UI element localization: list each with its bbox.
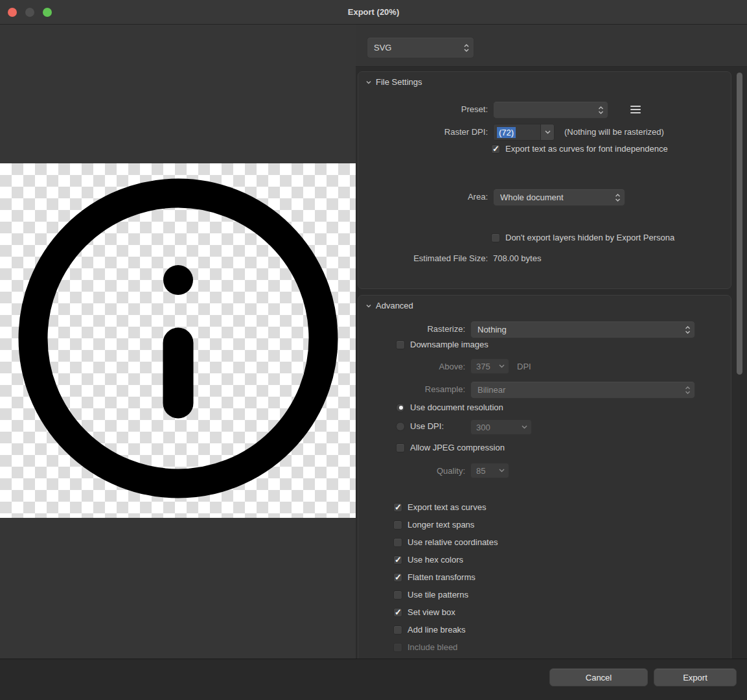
transparency-checkerboard (0, 163, 356, 518)
above-dpi-suffix: DPI (517, 362, 531, 371)
option-checkbox-row[interactable]: Flatten transforms (393, 568, 498, 586)
close-window-button[interactable] (8, 8, 17, 17)
option-checkbox[interactable] (393, 590, 402, 600)
format-dropdown[interactable]: SVG (367, 37, 474, 58)
option-checkbox-row[interactable]: Longer text spans (393, 516, 498, 533)
preset-label: Preset: (358, 104, 488, 114)
dialog-footer: Cancel Export (0, 659, 747, 700)
downsample-checkbox[interactable] (396, 340, 405, 349)
option-checkbox-row[interactable]: Export text as curves (393, 498, 498, 516)
option-checkbox[interactable] (393, 555, 402, 565)
panel-scrollbar-thumb[interactable] (737, 73, 742, 375)
preset-menu-button[interactable] (630, 106, 641, 113)
export-button[interactable]: Export (654, 668, 737, 686)
resample-dropdown[interactable]: Bilinear (470, 381, 695, 399)
advanced-section: Advanced Rasterize: Nothing Downsample i… (358, 295, 731, 659)
file-settings-header[interactable]: File Settings (365, 77, 422, 87)
export-settings-panel: SVG File Settings Preset: Raster DPI: (7… (356, 25, 747, 659)
option-checkbox-label: Use relative coordinates (408, 537, 498, 547)
use-dpi-value: 300 (476, 423, 522, 432)
raster-dpi-value: (72) (497, 127, 516, 138)
estimated-size-value: 708.00 bytes (493, 253, 541, 263)
stepper-icon (615, 193, 621, 202)
chevron-down-icon (499, 469, 505, 472)
raster-dpi-note: (Nothing will be rasterized) (564, 127, 664, 137)
chevron-down-icon (365, 79, 372, 86)
option-checkbox-label: Set view box (408, 607, 455, 617)
raster-dpi-arrow-button[interactable] (540, 124, 554, 140)
option-checkbox-row[interactable]: Use tile patterns (393, 586, 498, 603)
export-text-curves-label: Export text as curves for font independe… (505, 144, 668, 154)
quality-combo[interactable]: 85 (470, 463, 509, 478)
rasterize-dropdown-value: Nothing (477, 325, 681, 334)
export-text-curves-checkbox[interactable] (491, 145, 500, 154)
option-checkbox[interactable] (393, 520, 402, 530)
cancel-button[interactable]: Cancel (549, 668, 648, 686)
resample-label: Resample: (358, 384, 465, 394)
above-dpi-value: 375 (476, 362, 499, 371)
use-dpi-row[interactable]: Use DPI: (396, 421, 444, 431)
option-checkbox-label: Use tile patterns (408, 590, 468, 600)
raster-dpi-combo[interactable]: (72) (493, 124, 555, 141)
window-title: Export (20%) (348, 7, 399, 17)
option-checkbox-row[interactable]: Set view box (393, 603, 498, 621)
rasterize-dropdown[interactable]: Nothing (470, 321, 695, 338)
stepper-icon (463, 43, 470, 53)
dont-export-hidden-checkbox[interactable] (491, 233, 500, 242)
chevron-down-icon (365, 303, 372, 309)
use-document-resolution-radio[interactable] (396, 403, 405, 412)
minimize-window-button[interactable] (25, 8, 34, 17)
option-checkbox-label: Longer text spans (408, 520, 474, 530)
downsample-label: Downsample images (410, 340, 488, 349)
option-checkbox[interactable] (393, 538, 402, 547)
option-checkbox-label: Add line breaks (408, 625, 466, 635)
option-checkbox-row[interactable]: Include bleed (393, 638, 498, 656)
option-checkbox[interactable] (393, 625, 402, 635)
area-dropdown-value: Whole document (500, 192, 611, 202)
info-circle-icon (0, 163, 356, 518)
format-dropdown-value: SVG (374, 43, 459, 52)
dont-export-hidden-row[interactable]: Don't export layers hidden by Export Per… (491, 233, 674, 242)
zoom-window-button[interactable] (43, 8, 52, 17)
area-dropdown[interactable]: Whole document (493, 189, 625, 206)
jpeg-compression-label: Allow JPEG compression (410, 443, 505, 452)
option-checkbox[interactable] (393, 573, 402, 582)
resample-dropdown-value: Bilinear (477, 385, 681, 395)
use-dpi-label: Use DPI: (410, 421, 444, 431)
jpeg-compression-checkbox[interactable] (396, 443, 405, 452)
area-label: Area: (358, 192, 488, 202)
raster-dpi-label: Raster DPI: (358, 127, 488, 137)
traffic-lights (8, 8, 52, 17)
above-dpi-combo[interactable]: 375 (470, 358, 509, 374)
option-checkbox-row[interactable]: Use relative coordinates (393, 533, 498, 551)
option-checkbox-label: Flatten transforms (408, 572, 476, 582)
option-checkbox[interactable] (393, 503, 402, 512)
chevron-down-icon (545, 130, 551, 134)
raster-dpi-field[interactable]: (72) (494, 124, 540, 140)
downsample-row[interactable]: Downsample images (396, 340, 488, 349)
quality-value: 85 (476, 466, 499, 476)
option-checkbox-row[interactable]: Add line breaks (393, 621, 498, 638)
chevron-down-icon (522, 425, 527, 429)
rasterize-label: Rasterize: (358, 324, 465, 334)
use-dpi-radio[interactable] (396, 422, 405, 431)
preset-dropdown[interactable] (493, 101, 608, 119)
option-checkbox-row[interactable]: Use hex colors (393, 551, 498, 568)
estimated-size-label: Estimated File Size: (358, 253, 488, 263)
jpeg-compression-row[interactable]: Allow JPEG compression (396, 443, 505, 452)
file-settings-title: File Settings (376, 77, 422, 87)
use-document-resolution-row[interactable]: Use document resolution (396, 402, 503, 412)
option-checkbox-label: Use hex colors (408, 555, 463, 565)
use-dpi-combo[interactable]: 300 (470, 419, 532, 435)
format-strip: SVG (356, 25, 747, 67)
option-checkbox[interactable] (393, 608, 402, 617)
advanced-header[interactable]: Advanced (365, 301, 413, 310)
above-label: Above: (358, 362, 465, 371)
export-text-curves-row[interactable]: Export text as curves for font independe… (491, 144, 668, 154)
file-settings-section: File Settings Preset: Raster DPI: (72) (… (358, 71, 731, 289)
export-preview-pane[interactable] (0, 25, 356, 659)
advanced-title: Advanced (376, 301, 413, 310)
use-document-resolution-label: Use document resolution (410, 402, 503, 412)
title-bar: Export (20%) (0, 0, 747, 25)
stepper-icon (685, 325, 691, 334)
